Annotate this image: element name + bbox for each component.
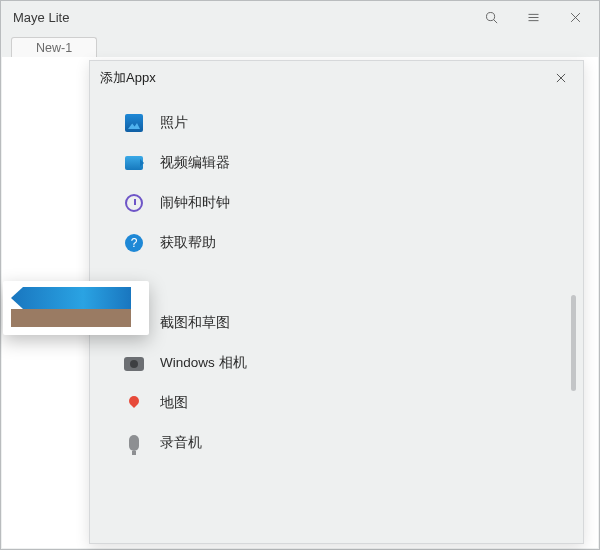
svg-point-0 <box>486 12 494 20</box>
camera-icon <box>124 353 144 373</box>
list-item-label: 照片 <box>160 114 188 132</box>
add-appx-dialog: 添加Appx 照片 视频编辑器 闹钟和时钟 <box>89 60 584 544</box>
list-item-photos[interactable]: 照片 <box>96 103 577 143</box>
list-item-snip-sketch[interactable]: 截图和草图 <box>96 303 577 343</box>
list-item-label: 录音机 <box>160 434 202 452</box>
svg-line-1 <box>493 19 496 22</box>
app-window: Maye Lite New-1 添加Appx <box>0 0 600 550</box>
tabstrip: New-1 <box>1 33 599 57</box>
scrollbar-thumb[interactable] <box>571 295 576 391</box>
list-item-voice-recorder[interactable]: 录音机 <box>96 423 577 463</box>
clock-icon <box>124 193 144 213</box>
list-item-label: 获取帮助 <box>160 234 216 252</box>
highlight-shape-bottom <box>11 309 131 327</box>
dialog-body: 照片 视频编辑器 闹钟和时钟 ? 获取帮助 <box>96 95 577 537</box>
list-item-windows-camera[interactable]: Windows 相机 <box>96 343 577 383</box>
window-title: Maye Lite <box>9 10 73 25</box>
close-icon[interactable] <box>549 66 573 90</box>
list-item-get-help[interactable]: ? 获取帮助 <box>96 223 577 263</box>
list-item-label: 地图 <box>160 394 188 412</box>
list-item-label: 闹钟和时钟 <box>160 194 230 212</box>
dialog-header: 添加Appx <box>90 61 583 95</box>
list-item-video-editor[interactable]: 视频编辑器 <box>96 143 577 183</box>
appx-list: 照片 视频编辑器 闹钟和时钟 ? 获取帮助 <box>96 95 577 469</box>
search-icon[interactable] <box>475 3 507 31</box>
highlight-shape-top <box>11 287 131 309</box>
map-icon <box>124 393 144 413</box>
list-item-alarms-clock[interactable]: 闹钟和时钟 <box>96 183 577 223</box>
close-window-icon[interactable] <box>559 3 591 31</box>
menu-icon[interactable] <box>517 3 549 31</box>
highlight-overlay <box>3 281 149 335</box>
titlebar-controls <box>475 3 591 31</box>
tab-new-1[interactable]: New-1 <box>11 37 97 57</box>
list-item-label: 截图和草图 <box>160 314 230 332</box>
video-icon <box>124 153 144 173</box>
dialog-title: 添加Appx <box>100 69 156 87</box>
mic-icon <box>124 433 144 453</box>
help-icon: ? <box>124 233 144 253</box>
titlebar: Maye Lite <box>1 1 599 33</box>
list-item-maps[interactable]: 地图 <box>96 383 577 423</box>
list-item-label: Windows 相机 <box>160 354 247 372</box>
list-item-label: 视频编辑器 <box>160 154 230 172</box>
list-item-obscured[interactable] <box>96 263 577 303</box>
tab-label: New-1 <box>36 41 72 55</box>
photos-icon <box>124 113 144 133</box>
